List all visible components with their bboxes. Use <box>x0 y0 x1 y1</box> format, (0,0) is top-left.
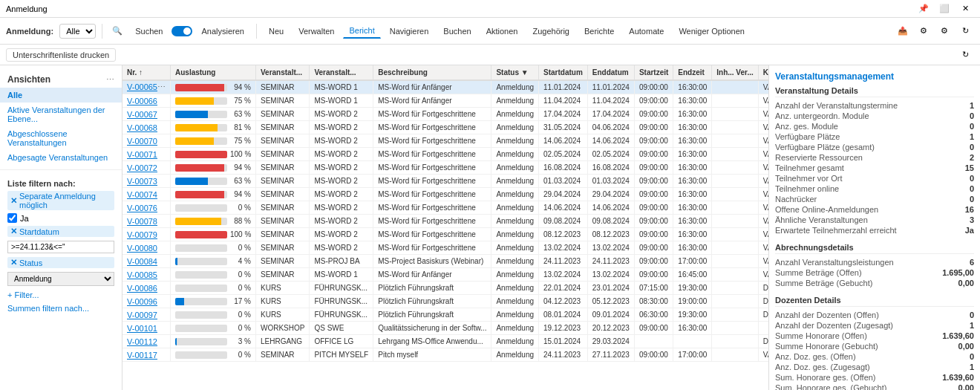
col-veranst1[interactable]: Veranstalt... <box>255 65 309 80</box>
filter-tag-2-label: Startdatum <box>19 227 59 236</box>
cell-end: 11.01.2024 <box>587 80 634 94</box>
nr-link[interactable]: V-00070 <box>127 137 157 146</box>
nr-link[interactable]: V-00073 <box>127 177 157 186</box>
sidebar-item-completed[interactable]: Abgeschlossene Veranstaltungen <box>0 126 122 150</box>
filter-x-3[interactable]: ✕ <box>10 258 17 267</box>
analyze-toggle[interactable] <box>172 26 192 36</box>
sidebar-item-all[interactable]: Alle <box>0 88 122 103</box>
sum-filter-btn[interactable]: Summen filtern nach... <box>0 302 122 315</box>
add-filter-btn[interactable]: + Filter... <box>0 288 122 302</box>
navigate-btn[interactable]: Navigieren <box>384 24 435 39</box>
table-row[interactable]: V-00074 94 % SEMINAR MS-WORD 2 MS-Word f… <box>122 188 768 201</box>
nr-link[interactable]: V-00101 <box>127 324 157 333</box>
toolbar2: Unterschriftenliste drucken ↻ <box>0 45 980 65</box>
settings-icon[interactable]: ⚙ <box>935 22 953 40</box>
date-filter-input[interactable] <box>7 241 114 253</box>
col-enddatum[interactable]: Enddatum <box>587 65 634 80</box>
table-row[interactable]: V-00112 3 % LEHRGANG OFFICE LG Lehrgang … <box>122 335 768 348</box>
toolbar2-refresh-icon[interactable]: ↻ <box>956 46 974 64</box>
filter-x-2[interactable]: ✕ <box>10 227 17 236</box>
reports-btn[interactable]: Berichte <box>578 24 620 39</box>
nr-link[interactable]: V-00076 <box>127 204 157 212</box>
access-btn[interactable]: Zugehörig <box>526 24 575 39</box>
nr-link[interactable]: V-00072 <box>127 163 157 172</box>
col-endzeit[interactable]: Endzeit <box>673 65 712 80</box>
nr-link[interactable]: V-00085 <box>127 270 157 279</box>
table-row[interactable]: V-00117 0 % SEMINAR PITCH MYSELF Pitch m… <box>122 348 768 362</box>
rp-val: 1 <box>970 321 974 330</box>
row-actions-icon[interactable]: ⋯ <box>157 82 166 91</box>
col-veranst2[interactable]: Veranstalt... <box>310 65 373 80</box>
export-icon[interactable]: 📤 <box>894 22 912 40</box>
table-row[interactable]: V-00073 63 % SEMINAR MS-WORD 2 MS-Word f… <box>122 175 768 188</box>
refresh-icon[interactable]: ↻ <box>956 22 974 40</box>
sidebar-item-active[interactable]: Aktive Veranstaltungen der Ebene... <box>0 103 122 126</box>
cell-status: Anmeldung <box>491 241 539 255</box>
nr-link[interactable]: V-00086 <box>127 284 157 293</box>
table-row[interactable]: V-00066 75 % SEMINAR MS-WORD 1 MS-Word f… <box>122 94 768 108</box>
table-row[interactable]: V-00067 63 % SEMINAR MS-WORD 2 MS-Word f… <box>122 108 768 121</box>
col-startzeit[interactable]: Startzeit <box>634 65 673 80</box>
search-icon[interactable]: 🔍 <box>108 22 126 40</box>
nr-link[interactable]: V-00096 <box>127 297 157 306</box>
sidebar-item-cancelled[interactable]: Abgesagte Veranstaltungen <box>0 150 122 165</box>
table-row[interactable]: V-00070 75 % SEMINAR MS-WORD 2 MS-Word f… <box>122 134 768 148</box>
filter-all-select[interactable]: Alle <box>59 24 96 39</box>
table-row[interactable]: V-00086 0 % KURS FÜHRUNGSK... Plötzlich … <box>122 282 768 295</box>
analyze-btn[interactable]: Analysieren <box>195 24 249 39</box>
col-beschreibung[interactable]: Beschreibung <box>373 65 491 80</box>
table-row[interactable]: V-00079 100 % SEMINAR MS-WORD 2 MS-Word … <box>122 228 768 241</box>
table-row[interactable]: V-00071 100 % SEMINAR MS-WORD 2 MS-Word … <box>122 148 768 161</box>
col-inh[interactable]: Inh... Ver... <box>712 65 758 80</box>
nr-link[interactable]: V-00071 <box>127 150 157 159</box>
less-options-btn[interactable]: Weniger Optionen <box>673 24 750 39</box>
table-row[interactable]: V-00097 0 % KURS FÜHRUNGSK... Plötzlich … <box>122 308 768 322</box>
cell-start: 08.12.2023 <box>539 228 588 241</box>
nr-link[interactable]: V-00097 <box>127 311 157 319</box>
report-btn[interactable]: Bericht <box>343 23 380 39</box>
nr-link[interactable]: V-00068 <box>127 123 157 132</box>
table-row[interactable]: V-00078 88 % SEMINAR MS-WORD 2 MS-Word f… <box>122 215 768 228</box>
table-row[interactable]: V-00085 0 % SEMINAR MS-WORD 1 MS-Word fü… <box>122 268 768 282</box>
nr-link[interactable]: V-00080 <box>127 244 157 253</box>
nr-link[interactable]: V-00066 <box>127 97 157 105</box>
col-kontakt[interactable]: Kontaktnr. Veranstalt... <box>758 65 768 80</box>
nr-link[interactable]: V-00084 <box>127 257 157 266</box>
col-nr[interactable]: Nr. ↑ <box>122 65 170 80</box>
new-btn[interactable]: Neu <box>263 24 290 39</box>
nr-link[interactable]: V-00067 <box>127 110 157 119</box>
col-auslastung[interactable]: Auslastung <box>170 65 255 80</box>
nr-link[interactable]: V-00074 <box>127 190 157 199</box>
nr-link[interactable]: V-00078 <box>127 217 157 226</box>
status-filter-select[interactable]: Anmeldung <box>7 272 114 286</box>
filter-icon[interactable]: ⚙ <box>915 22 932 40</box>
table-row[interactable]: V-00065⋯ 94 % SEMINAR MS-WORD 1 MS-Word … <box>122 80 768 94</box>
nr-link[interactable]: V-00065 <box>127 82 157 91</box>
table-row[interactable]: V-00080 0 % SEMINAR MS-WORD 2 MS-Word fü… <box>122 241 768 255</box>
table-row[interactable]: V-00076 0 % SEMINAR MS-WORD 2 MS-Word fü… <box>122 201 768 215</box>
col-startdatum[interactable]: Startdatum <box>539 65 588 80</box>
automate-btn[interactable]: Automate <box>623 24 670 39</box>
close-icon[interactable]: ✕ <box>956 0 974 18</box>
cell-desc: MS-Word für Fortgeschrittene <box>373 188 491 201</box>
table-row[interactable]: V-00096 17 % KURS FÜHRUNGSK... Plötzlich… <box>122 295 768 308</box>
pin-icon[interactable]: 📌 <box>915 0 932 18</box>
table-row[interactable]: V-00068 81 % SEMINAR MS-WORD 2 MS-Word f… <box>122 121 768 134</box>
nr-link[interactable]: V-00112 <box>127 337 157 346</box>
actions-btn[interactable]: Aktionen <box>480 24 524 39</box>
print-list-btn[interactable]: Unterschriftenliste drucken <box>6 48 116 62</box>
table-row[interactable]: V-00084 4 % SEMINAR MS-PROJ BA MS-Projec… <box>122 255 768 268</box>
table-row[interactable]: V-00072 94 % SEMINAR MS-WORD 2 MS-Word f… <box>122 161 768 175</box>
manage-btn[interactable]: Verwalten <box>293 24 340 39</box>
search-btn[interactable]: Suchen <box>129 24 169 39</box>
book-btn[interactable]: Buchen <box>437 24 477 39</box>
col-status[interactable]: Status ▼ <box>491 65 539 80</box>
nr-link[interactable]: V-00117 <box>127 351 157 360</box>
cell-inh <box>712 175 758 188</box>
filter-x-1[interactable]: ✕ <box>10 196 17 206</box>
table-row[interactable]: V-00101 0 % WORKSHOP QS SWE Qualitätssic… <box>122 322 768 335</box>
filter-checkbox-input-1[interactable] <box>7 213 17 223</box>
views-menu-icon[interactable]: ⋯ <box>106 75 114 85</box>
resize-icon[interactable]: ⬜ <box>935 0 953 18</box>
nr-link[interactable]: V-00079 <box>127 230 157 239</box>
